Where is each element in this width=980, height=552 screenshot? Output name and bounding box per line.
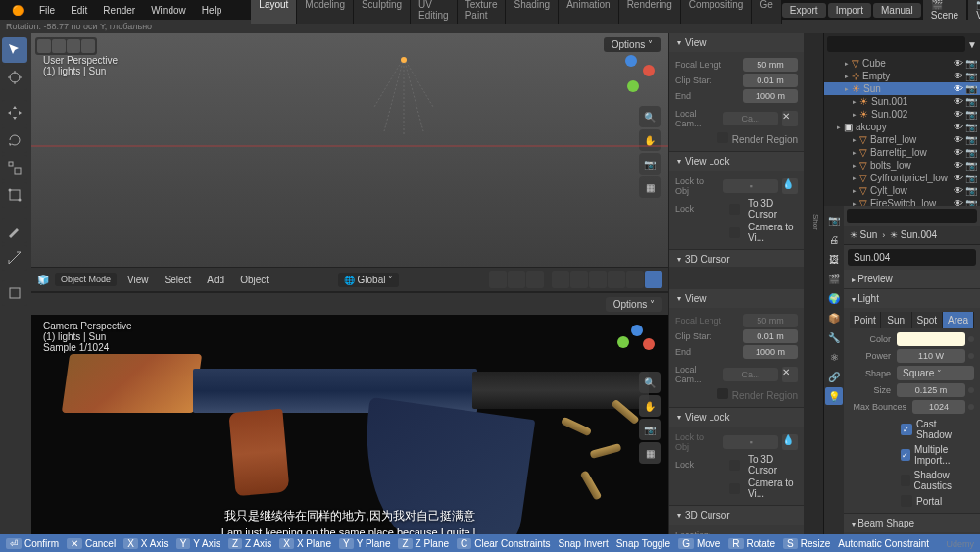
clipstart-value[interactable]: 0.01 m: [743, 74, 798, 87]
viewport-options-button[interactable]: Options ˅: [604, 37, 661, 52]
editor-type-icon[interactable]: 🧊: [37, 275, 49, 285]
focal-value[interactable]: 50 mm: [743, 58, 798, 72]
section-light[interactable]: Light: [844, 289, 980, 308]
shadow-caustics-check[interactable]: Shadow Caustics: [850, 468, 974, 493]
shading-solid[interactable]: [608, 271, 625, 288]
bounces-value[interactable]: 1024: [912, 400, 965, 414]
eyedropper-icon-b[interactable]: 💧: [782, 434, 798, 450]
power-value[interactable]: 110 W: [897, 349, 965, 363]
import-button[interactable]: Import: [828, 3, 871, 18]
scene-selector[interactable]: 🎬 Scene: [923, 0, 966, 23]
tab-layout[interactable]: Layout: [251, 0, 297, 24]
section-view-bottom[interactable]: View: [669, 289, 804, 308]
eyedropper-icon[interactable]: 💧: [782, 178, 798, 194]
tab-modeling[interactable]: Modeling: [297, 0, 354, 24]
orientation-dropdown[interactable]: 🌐 Global ˅: [338, 273, 399, 287]
pan-icon[interactable]: ✋: [639, 129, 661, 151]
outliner-item-barrel_low[interactable]: ▸ ▽ Barrel_low👁📷: [824, 133, 980, 146]
outliner-item-sun[interactable]: ▸ ☀ Sun👁📷: [824, 82, 980, 95]
outliner-item-cube[interactable]: ▸ ▽ Cube👁📷: [824, 57, 980, 70]
viewport-top[interactable]: User Perspective (1) lights | Sun Option…: [31, 33, 668, 267]
properties-search[interactable]: [847, 209, 977, 223]
proptab-data[interactable]: 💡: [825, 387, 843, 405]
xray-toggle[interactable]: [570, 271, 588, 288]
viewlayer-selector[interactable]: 📷 ViewLayer: [968, 0, 980, 23]
lockobj-value[interactable]: ▪: [723, 179, 778, 193]
tab-shading[interactable]: Shading: [506, 0, 559, 24]
menu-window[interactable]: Window: [143, 2, 194, 19]
outliner-item-akcopy[interactable]: ▸ ▣ akcopy👁📷: [824, 121, 980, 133]
menu-edit[interactable]: Edit: [63, 2, 95, 19]
viewport-overlay-toggles[interactable]: [35, 37, 97, 55]
tab-sculpting[interactable]: Sculpting: [354, 0, 411, 24]
viewport-options-bottom[interactable]: Options ˅: [606, 297, 662, 312]
outliner-item-barreltip_low[interactable]: ▸ ▽ Barreltip_low👁📷: [824, 146, 980, 159]
proptab-scene[interactable]: 🎬: [825, 270, 843, 287]
localcam-value-b[interactable]: Ca...: [723, 368, 778, 381]
anim-dot-power[interactable]: [968, 353, 974, 359]
viewport-bottom[interactable]: Camera Perspective (1) lights | Sun Samp…: [31, 315, 668, 548]
portal-check[interactable]: Portal: [850, 493, 974, 509]
clipend-value-b[interactable]: 1000 m: [743, 345, 798, 359]
proptab-viewlayer[interactable]: 🖼: [825, 250, 843, 268]
pan-icon-bottom[interactable]: ✋: [639, 395, 661, 417]
snap-icon[interactable]: [508, 271, 525, 288]
anim-dot-color[interactable]: [968, 336, 974, 342]
clear-cam-icon[interactable]: ✕: [782, 111, 798, 126]
shading-material[interactable]: [626, 271, 644, 288]
tool-addcube[interactable]: [2, 280, 27, 306]
proptab-object[interactable]: 📦: [825, 309, 843, 326]
tab-uvediting[interactable]: UV Editing: [411, 0, 458, 24]
menu-render[interactable]: Render: [95, 2, 143, 19]
lock-camera-b[interactable]: Camera to Vi...: [744, 477, 798, 499]
outliner-item-empty[interactable]: ▸ ⊹ Empty👁📷: [824, 70, 980, 82]
tool-scale[interactable]: [2, 155, 27, 180]
section-view[interactable]: View: [669, 33, 804, 52]
section-preview[interactable]: Preview: [844, 270, 980, 288]
nav-gizmo[interactable]: [610, 55, 659, 104]
cast-shadow-check[interactable]: ✓Cast Shadow: [850, 417, 974, 442]
outliner-item-fireswitch_low[interactable]: ▸ ▽ FireSwitch_low👁📷: [824, 197, 980, 206]
menu-add[interactable]: Add: [202, 273, 229, 287]
tool-transform[interactable]: [2, 182, 27, 208]
type-spot[interactable]: Spot: [912, 312, 944, 328]
tool-cursor[interactable]: [2, 65, 27, 90]
menu-view[interactable]: View: [122, 273, 154, 287]
menu-select[interactable]: Select: [160, 273, 197, 287]
export-button[interactable]: Export: [782, 3, 826, 18]
anim-dot-bounces[interactable]: [968, 404, 974, 410]
tab-compositing[interactable]: Compositing: [681, 0, 753, 24]
proptab-output[interactable]: 🖨: [825, 230, 843, 248]
perspective-icon[interactable]: ▦: [639, 176, 661, 198]
color-swatch[interactable]: [897, 332, 965, 346]
outliner-item-cylt_low[interactable]: ▸ ▽ Cylt_low👁📷: [824, 184, 980, 197]
localcam-value[interactable]: Ca...: [723, 112, 778, 125]
type-sun[interactable]: Sun: [881, 312, 912, 328]
clear-cam-icon-b[interactable]: ✕: [782, 367, 798, 382]
tab-more[interactable]: Ge: [752, 0, 781, 24]
tab-animation[interactable]: Animation: [559, 0, 618, 24]
section-viewlock-bottom[interactable]: View Lock: [669, 408, 804, 427]
tool-rotate[interactable]: [2, 127, 27, 153]
tab-rendering[interactable]: Rendering: [619, 0, 681, 24]
size-value[interactable]: 0.125 m: [897, 383, 965, 397]
nav-gizmo-bottom[interactable]: [610, 323, 659, 372]
mode-dropdown[interactable]: Object Mode: [55, 273, 117, 286]
clipend-value[interactable]: 1000 m: [743, 89, 798, 103]
overlay-toggle[interactable]: [552, 271, 569, 288]
outliner-item-sun-001[interactable]: ▸ ☀ Sun.001👁📷: [824, 95, 980, 108]
type-area[interactable]: Area: [943, 312, 974, 328]
pivot-icon[interactable]: [489, 271, 507, 288]
proptab-render[interactable]: 📷: [825, 211, 843, 228]
properties-breadcrumb[interactable]: ☀ Sun › ☀ Sun.004: [844, 226, 980, 245]
lock-3dcursor[interactable]: To 3D Cursor: [744, 198, 798, 220]
section-3dcursor-bottom[interactable]: 3D Cursor: [669, 506, 804, 525]
side-tab-shortcuts[interactable]: Shor: [804, 210, 823, 234]
outliner-search[interactable]: [827, 36, 965, 52]
manual-button[interactable]: Manual: [873, 3, 921, 18]
proportional-icon[interactable]: [526, 271, 544, 288]
tab-texturepaint[interactable]: Texture Paint: [458, 0, 507, 24]
shading-rendered[interactable]: [645, 271, 662, 288]
outliner-item-bolts_low[interactable]: ▸ ▽ bolts_low👁📷: [824, 159, 980, 172]
proptab-world[interactable]: 🌍: [825, 289, 843, 307]
